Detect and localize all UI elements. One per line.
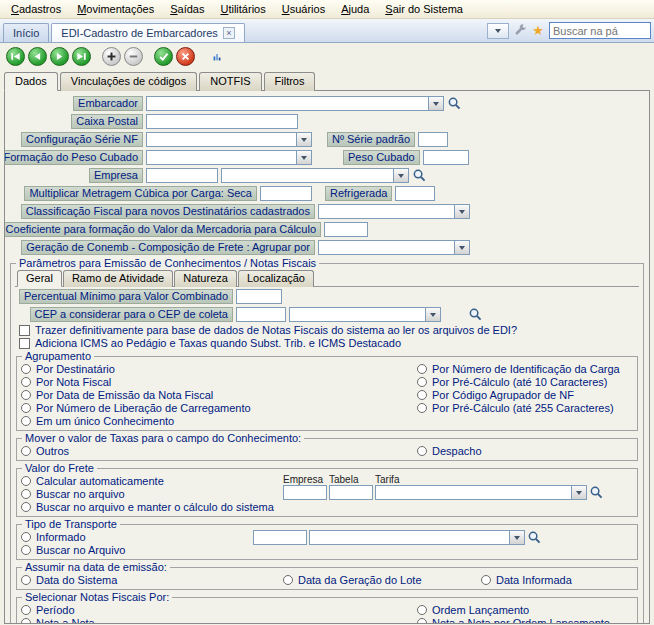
menu-sair-do-sistema[interactable]: Sair do Sistema: [378, 2, 470, 16]
search-icon[interactable]: [447, 96, 462, 111]
chevron-down-icon[interactable]: [454, 241, 469, 254]
radio-outros[interactable]: Outros: [21, 445, 417, 457]
menu-usuarios[interactable]: Usuários: [275, 2, 332, 16]
cep-input[interactable]: [236, 307, 286, 322]
num-serie-padrao-input[interactable]: [418, 132, 448, 147]
search-icon[interactable]: [468, 307, 483, 322]
radio-nota-a-nota[interactable]: Nota a Nota: [21, 617, 417, 624]
chevron-down-icon[interactable]: [296, 133, 311, 146]
formacao-peso-cubado-combo[interactable]: [146, 150, 312, 165]
radio-ordem-lancamento[interactable]: Ordem Lançamento: [417, 604, 633, 616]
tipo-transporte-groupbox: Tipo de Transporte Informado Buscar no A…: [16, 518, 638, 560]
radio-calcular-automaticamente[interactable]: Calcular automaticamente: [21, 475, 283, 487]
adiciona-icms-checkbox[interactable]: Adiciona ICMS ao Pedágio e Taxas quando …: [19, 337, 639, 349]
previous-record-button[interactable]: [28, 47, 47, 66]
menu-ajuda[interactable]: Ajuda: [334, 2, 376, 16]
chevron-down-icon[interactable]: [393, 169, 408, 182]
tab-dados[interactable]: Dados: [4, 72, 58, 91]
chevron-down-icon[interactable]: [509, 531, 524, 544]
cancel-button[interactable]: [176, 47, 195, 66]
search-input[interactable]: [549, 22, 651, 39]
metragem-refrigerada-input[interactable]: [395, 186, 435, 201]
menu-cadastros[interactable]: Cadastros: [4, 2, 68, 16]
caixa-postal-label: Caixa Postal: [71, 114, 143, 129]
radio-por-codigo-agrupador-nf[interactable]: Por Código Agrupador de NF: [417, 389, 633, 401]
chevron-down-icon[interactable]: [454, 205, 469, 218]
tipo-transporte-combo[interactable]: [309, 530, 525, 545]
radio-por-destinatario[interactable]: Por Destinatário: [21, 363, 417, 375]
radio-buscar-arquivo-manter-calculo[interactable]: Buscar no arquivo e manter o cálculo do …: [21, 501, 283, 513]
radio-buscar-no-arquivo[interactable]: Buscar no arquivo: [21, 488, 283, 500]
radio-por-numero-liberacao-carregamento[interactable]: Por Número de Liberação de Carregamento: [21, 402, 417, 414]
empresa-code-input[interactable]: [146, 168, 218, 183]
tab-vinculacoes-de-codigos[interactable]: Vinculações de códigos: [60, 72, 197, 91]
caixa-postal-input[interactable]: [146, 114, 298, 129]
mult-metragem-seca-label: Multiplicar Metragem Cúbica por Carga: S…: [24, 186, 257, 201]
coeficiente-input[interactable]: [324, 222, 368, 237]
radio-periodo[interactable]: Período: [21, 604, 417, 616]
metragem-seca-input[interactable]: [260, 186, 312, 201]
tab-notfis[interactable]: NOTFIS: [199, 72, 261, 91]
radio-buscar-no-arquivo-transporte[interactable]: Buscar no Arquivo: [21, 544, 253, 556]
radio-por-pre-calculo-255[interactable]: Por Pré-Cálculo (até 255 Caracteres): [417, 402, 633, 414]
menu-movimentacoes[interactable]: Movimentações: [70, 2, 161, 16]
radio-icon: [21, 403, 31, 413]
assumir-data-legend: Assumir na data de emissão:: [22, 561, 170, 573]
radio-icon: [481, 575, 491, 585]
menu-saidas[interactable]: Saídas: [163, 2, 211, 16]
next-record-button[interactable]: [50, 47, 69, 66]
chevron-down-icon[interactable]: [296, 151, 311, 164]
first-record-button[interactable]: [6, 47, 25, 66]
radio-por-numero-identificacao-carga[interactable]: Por Número de Identificação da Carga: [417, 363, 633, 375]
frete-empresa-input[interactable]: [283, 485, 327, 500]
radio-data-geracao-lote[interactable]: Data da Geração do Lote: [283, 574, 481, 586]
radio-informado[interactable]: Informado: [21, 531, 253, 543]
geracao-conemb-combo[interactable]: [318, 240, 470, 255]
radio-nota-a-nota-ordem-lancamento[interactable]: Nota a Nota por Ordem Lançamento: [417, 617, 633, 624]
chart-button[interactable]: [206, 46, 228, 67]
frete-tabela-input[interactable]: [329, 485, 373, 500]
tab-inicio[interactable]: Início: [3, 23, 49, 42]
tab-natureza[interactable]: Natureza: [174, 270, 237, 287]
chevron-down-icon[interactable]: [428, 97, 443, 110]
page-tabs: Dados Vinculações de códigos NOTFIS Filt…: [4, 72, 650, 91]
classificacao-fiscal-combo[interactable]: [318, 204, 470, 219]
trazer-definitivamente-checkbox[interactable]: Trazer definitivamente para base de dado…: [19, 324, 639, 336]
tipo-transporte-code-input[interactable]: [253, 530, 307, 545]
add-record-button[interactable]: [102, 47, 121, 66]
tab-geral[interactable]: Geral: [17, 270, 62, 287]
chevron-down-icon[interactable]: [571, 486, 586, 499]
radio-data-do-sistema[interactable]: Data do Sistema: [21, 574, 283, 586]
last-record-button[interactable]: [72, 47, 91, 66]
frete-tarifa-combo[interactable]: [375, 485, 587, 500]
radio-despacho[interactable]: Despacho: [417, 445, 633, 457]
tab-filtros[interactable]: Filtros: [264, 72, 316, 91]
chevron-down-icon[interactable]: [425, 308, 440, 321]
empresa-combo[interactable]: [221, 168, 409, 183]
search-icon[interactable]: [412, 168, 427, 183]
checkbox-label: Adiciona ICMS ao Pedágio e Taxas quando …: [35, 337, 401, 349]
percentual-input[interactable]: [236, 289, 282, 304]
remove-record-button[interactable]: [124, 47, 143, 66]
close-icon[interactable]: [223, 27, 235, 39]
tab-edi-cadastro-embarcadores[interactable]: EDI-Cadastro de Embarcadores: [51, 23, 245, 42]
radio-data-informada[interactable]: Data Informada: [481, 574, 572, 586]
radio-por-data-emissao-nf[interactable]: Por Data de Emissão da Nota Fiscal: [21, 389, 417, 401]
embarcador-combo[interactable]: [146, 96, 444, 111]
favorite-star-icon[interactable]: [532, 23, 544, 38]
confirm-button[interactable]: [154, 47, 173, 66]
wrench-icon[interactable]: [514, 24, 527, 37]
peso-cubado-input[interactable]: [423, 150, 469, 165]
previous-record-icon: [32, 51, 43, 62]
radio-por-pre-calculo-10[interactable]: Por Pré-Cálculo (até 10 Caracteres): [417, 376, 633, 388]
tab-localizacao[interactable]: Localização: [238, 270, 314, 287]
search-icon[interactable]: [589, 485, 604, 500]
tab-ramo-de-atividade[interactable]: Ramo de Atividade: [63, 270, 173, 287]
tab-list-dropdown[interactable]: [487, 23, 509, 39]
menu-utilitarios[interactable]: Utilitários: [213, 2, 272, 16]
radio-em-um-unico-conhecimento[interactable]: Em um único Conhecimento: [21, 415, 417, 427]
radio-por-nota-fiscal[interactable]: Por Nota Fiscal: [21, 376, 417, 388]
search-icon[interactable]: [527, 530, 542, 545]
config-serie-nf-combo[interactable]: [146, 132, 312, 147]
cep-combo[interactable]: [289, 307, 441, 322]
